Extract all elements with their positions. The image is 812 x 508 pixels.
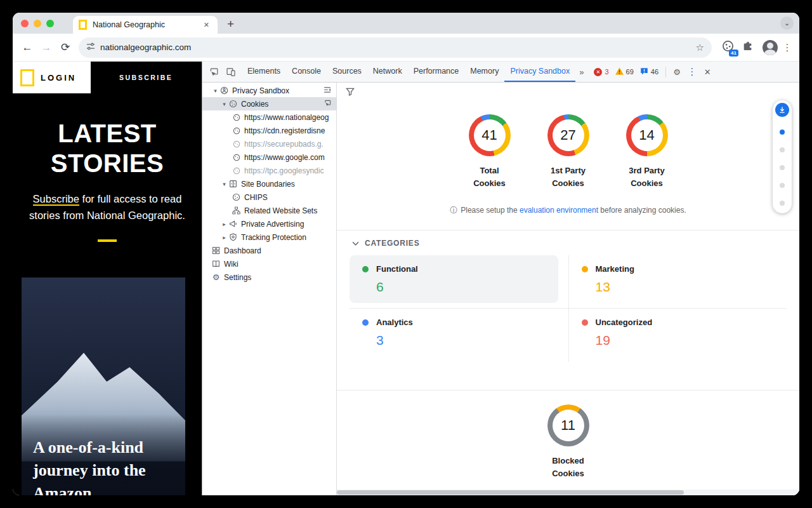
download-report-button[interactable] — [775, 103, 789, 117]
categories-section-header[interactable]: CATEGORIES — [352, 239, 799, 248]
tab-privacy-sandbox[interactable]: Privacy Sandbox — [504, 62, 575, 82]
profile-avatar[interactable] — [763, 40, 778, 55]
browser-menu-kebab-icon[interactable]: ⋮ — [780, 42, 794, 53]
reload-button[interactable]: ⟳ — [56, 41, 75, 54]
amazon-hero-image[interactable]: A one-of-a-kind journey into the Amazon — [22, 277, 185, 496]
maximize-window-button[interactable] — [46, 20, 54, 27]
browser-tab[interactable]: National Geographic ✕ — [73, 16, 218, 34]
collapse-sidebar-icon[interactable] — [323, 86, 332, 96]
tree-item-url-google[interactable]: https://www.google.com — [202, 150, 336, 164]
tree-item-chips[interactable]: CHIPS — [202, 190, 336, 204]
category-name: Uncategorized — [596, 318, 653, 327]
address-bar[interactable]: nationalgeographic.com ☆ — [79, 37, 712, 58]
devtools-settings-gear-icon[interactable]: ⚙ — [669, 67, 684, 77]
tab-elements[interactable]: Elements — [242, 62, 286, 82]
third-party-cookies-chart: 14 3rd Party Cookies — [615, 114, 679, 190]
hero-caption: A one-of-a-kind journey into the Amazon — [33, 436, 146, 496]
traffic-lights — [21, 20, 54, 27]
inspect-element-icon[interactable] — [206, 64, 223, 80]
marketing-dot-icon — [582, 266, 588, 272]
forward-button[interactable]: → — [37, 41, 56, 54]
expand-arrow-icon[interactable]: ▾ — [211, 88, 219, 94]
third-party-label: 3rd Party Cookies — [615, 164, 679, 190]
devtools-menu-kebab-icon[interactable]: ⋮ — [684, 66, 700, 77]
subscribe-button[interactable]: SUBSCRIBE — [91, 62, 202, 93]
tab-memory[interactable]: Memory — [464, 62, 504, 82]
latest-stories-heading: LATEST STORIES — [13, 119, 202, 178]
horizontal-scrollbar[interactable] — [337, 490, 799, 495]
private-advertising-icon — [228, 220, 238, 229]
evaluation-environment-link[interactable]: evaluation environment — [520, 206, 598, 215]
total-cookies-label: Total Cookies — [458, 164, 521, 190]
section-divider — [337, 230, 799, 231]
tree-item-cookies[interactable]: ▾ Cookies — [202, 97, 336, 110]
minimize-window-button[interactable] — [34, 20, 41, 27]
devtools-close-icon[interactable]: ✕ — [700, 67, 715, 77]
cookie-domain-icon — [232, 153, 241, 162]
filter-icon[interactable] — [346, 87, 355, 98]
pager-dot[interactable] — [780, 147, 785, 152]
pager-dot[interactable] — [780, 183, 785, 188]
tree-item-url-registerdisney[interactable]: https://cdn.registerdisne — [202, 124, 336, 137]
settings-gear-icon: ⚙ — [211, 273, 221, 282]
pager-dot[interactable] — [780, 130, 785, 135]
tab-performance[interactable]: Performance — [408, 62, 465, 82]
subscribe-link[interactable]: Subscribe — [33, 193, 79, 206]
tree-item-tracking-protection[interactable]: ▸ Tracking Protection — [202, 231, 336, 244]
natgeo-logo[interactable] — [20, 69, 34, 86]
url-text: nationalgeographic.com — [100, 43, 696, 52]
tree-item-url-googlesyndication[interactable]: https://tpc.googlesyndic — [202, 164, 336, 177]
tree-item-privacy-sandbox[interactable]: ▾ Privacy Sandbox — [202, 84, 336, 97]
total-cookies-value: 41 — [469, 114, 511, 156]
category-value: 3 — [376, 333, 413, 348]
site-settings-icon[interactable] — [86, 42, 95, 53]
category-card-marketing[interactable]: Marketing 13 — [568, 255, 787, 309]
pager-dot[interactable] — [780, 201, 785, 206]
tab-sources[interactable]: Sources — [327, 62, 367, 82]
login-link[interactable]: LOGIN — [41, 73, 76, 83]
third-party-donut: 14 — [626, 114, 668, 156]
bookmark-star-icon[interactable]: ☆ — [696, 42, 704, 53]
tree-item-site-boundaries[interactable]: ▾ Site Boundaries — [202, 177, 336, 190]
more-tabs-icon[interactable]: » — [575, 67, 587, 77]
category-card-functional[interactable]: Functional 6 — [350, 255, 568, 309]
devtools-tabbar: Elements Console Sources Network Perform… — [202, 62, 799, 83]
category-card-analytics[interactable]: Analytics 3 — [350, 309, 568, 362]
tree-item-dashboard[interactable]: Dashboard — [202, 244, 336, 257]
tab-search-chevron-icon[interactable]: ⌄ — [780, 17, 794, 30]
device-toolbar-icon[interactable] — [223, 64, 239, 80]
psat-extension-icon[interactable]: 41 — [719, 40, 736, 55]
scrollbar-thumb[interactable] — [337, 490, 684, 495]
tree-item-wiki[interactable]: Wiki — [202, 257, 336, 271]
expand-arrow-icon[interactable]: ▾ — [220, 181, 228, 187]
collapsed-arrow-icon[interactable]: ▸ — [220, 234, 228, 241]
tree-item-settings[interactable]: ⚙ Settings — [202, 271, 336, 284]
third-party-value: 14 — [626, 114, 668, 156]
blocked-cookies-value: 11 — [547, 404, 589, 446]
natgeo-header: LOGIN SUBSCRIBE — [13, 62, 202, 93]
pager-dot[interactable] — [780, 165, 785, 170]
new-tab-button[interactable]: + — [227, 18, 234, 30]
inspect-cookies-icon[interactable] — [324, 99, 332, 109]
tree-item-url-nationalgeographic[interactable]: https://www.nationalgeog — [202, 110, 336, 124]
category-name: Marketing — [596, 264, 634, 274]
back-button[interactable]: ← — [18, 41, 37, 54]
collapsed-arrow-icon[interactable]: ▸ — [220, 221, 228, 227]
tab-close-icon[interactable]: ✕ — [201, 20, 212, 30]
extensions-puzzle-icon[interactable] — [740, 41, 756, 55]
expand-arrow-icon[interactable]: ▾ — [220, 101, 228, 107]
category-card-uncategorized[interactable]: Uncategorized 19 — [568, 309, 787, 362]
extension-badge: 41 — [729, 50, 738, 57]
console-counters[interactable]: ✕ 3 69 46 — [594, 67, 662, 77]
tree-item-url-securepubads[interactable]: https://securepubads.g. — [202, 137, 336, 150]
close-window-button[interactable] — [21, 20, 29, 27]
tree-item-private-advertising[interactable]: ▸ Private Advertising — [202, 217, 336, 231]
tree-item-related-website-sets[interactable]: Related Website Sets — [202, 204, 336, 217]
tracking-protection-icon — [228, 233, 238, 242]
devtools-tabs: Elements Console Sources Network Perform… — [242, 62, 575, 82]
functional-dot-icon — [362, 266, 369, 272]
browser-toolbar: ← → ⟳ nationalgeographic.com ☆ 41 ⋮ — [13, 34, 799, 62]
natgeo-favicon — [79, 20, 87, 30]
tab-console[interactable]: Console — [286, 62, 327, 82]
tab-network[interactable]: Network — [367, 62, 408, 82]
